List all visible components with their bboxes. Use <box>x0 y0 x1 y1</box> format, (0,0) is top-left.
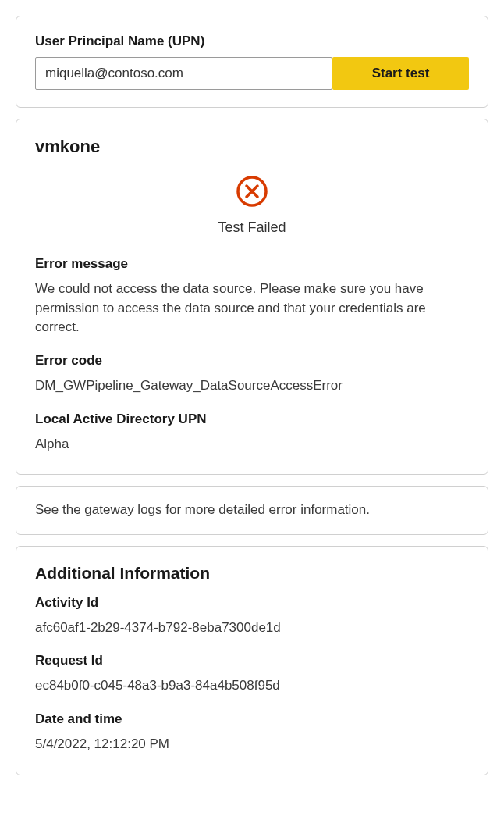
status-block: Test Failed <box>35 174 469 236</box>
error-code-text: DM_GWPipeline_Gateway_DataSourceAccessEr… <box>35 376 469 396</box>
start-test-button[interactable]: Start test <box>332 57 469 90</box>
upn-input-row: Start test <box>35 57 469 90</box>
datetime-label: Date and time <box>35 711 469 727</box>
upn-input[interactable] <box>35 57 332 90</box>
error-x-icon <box>235 174 269 212</box>
datetime-text: 5/4/2022, 12:12:20 PM <box>35 735 469 754</box>
request-id-text: ec84b0f0-c045-48a3-b9a3-84a4b508f95d <box>35 676 469 696</box>
status-text: Test Failed <box>218 219 286 236</box>
additional-info-card: Additional Information Activity Id afc60… <box>16 546 488 775</box>
upn-label: User Principal Name (UPN) <box>35 34 469 49</box>
additional-info-title: Additional Information <box>35 564 469 583</box>
result-card: vmkone Test Failed Error message We coul… <box>16 119 488 475</box>
error-message-text: We could not access the data source. Ple… <box>35 280 469 337</box>
activity-id-label: Activity Id <box>35 595 469 611</box>
error-code-label: Error code <box>35 353 469 369</box>
logs-notice-card: See the gateway logs for more detailed e… <box>16 486 488 535</box>
upn-card: User Principal Name (UPN) Start test <box>16 16 488 108</box>
request-id-label: Request Id <box>35 653 469 668</box>
activity-id-text: afc60af1-2b29-4374-b792-8eba7300de1d <box>35 619 469 638</box>
local-upn-text: Alpha <box>35 435 469 455</box>
logs-notice-text: See the gateway logs for more detailed e… <box>35 501 469 520</box>
connection-name: vmkone <box>35 137 469 157</box>
local-upn-label: Local Active Directory UPN <box>35 412 469 427</box>
error-message-label: Error message <box>35 256 469 272</box>
